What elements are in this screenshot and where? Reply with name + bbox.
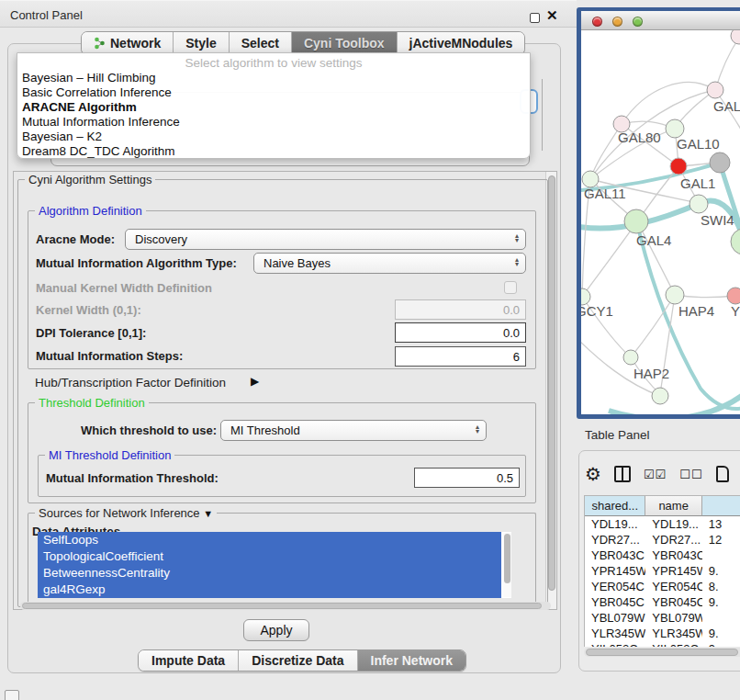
network-edge[interactable] — [581, 333, 660, 396]
float-window-icon[interactable] — [530, 13, 540, 23]
network-node-y[interactable] — [727, 288, 740, 304]
close-icon[interactable]: ✕ — [546, 7, 558, 24]
network-node-hap2[interactable] — [623, 350, 638, 365]
spinner-arrows-icon: ▴▾ — [515, 231, 519, 243]
network-node-gal4[interactable] — [624, 209, 648, 233]
table-row[interactable]: YDL19...YDL19...13 — [585, 516, 740, 532]
control-panel-title: Control Panel — [10, 8, 83, 22]
scrollbar-thumb[interactable] — [586, 649, 738, 656]
tab-cyni-toolbox[interactable]: Cyni Toolbox — [292, 32, 398, 54]
mi-steps-field[interactable]: 6 — [395, 346, 526, 367]
dpi-tolerance-field[interactable]: 0.0 — [395, 322, 526, 343]
algorithm-option[interactable]: Basic Correlation Inference — [22, 85, 525, 100]
threshold-definition-title: Threshold Definition — [35, 396, 149, 410]
bottom-tab-discretize-data[interactable]: Discretize Data — [239, 650, 357, 671]
settings-gear-icon[interactable]: ⚙ — [585, 463, 601, 485]
table-cell: YBL079W — [645, 610, 701, 626]
attribute-item[interactable]: SelfLoops — [38, 532, 501, 548]
column-header[interactable] — [702, 496, 740, 516]
table-row[interactable]: YER054CYER054C8. — [585, 579, 740, 594]
network-node-swi4[interactable] — [690, 195, 708, 213]
algorithm-option[interactable]: Bayesian – K2 — [22, 130, 525, 144]
attribute-item[interactable]: TopologicalCoefficient — [38, 548, 501, 565]
network-node[interactable] — [731, 229, 740, 254]
minimize-traffic-light-icon[interactable] — [612, 17, 622, 27]
attribute-item[interactable]: BetweennessCentrality — [38, 565, 501, 581]
collapse-down-icon[interactable]: ▼ — [203, 508, 213, 519]
table-row[interactable]: YDR27...YDR27...12 — [585, 532, 740, 548]
table-row[interactable]: YBL079WYBL079W — [585, 610, 740, 626]
which-threshold-combo[interactable]: MI Threshold ▴▾ — [220, 420, 487, 441]
mi-type-combo[interactable]: Naive Bayes ▴▾ — [253, 253, 526, 274]
algorithm-option[interactable]: ARACNE Algorithm — [22, 100, 525, 115]
network-node-gal7[interactable] — [707, 82, 723, 98]
data-attributes-list: SelfLoopsTopologicalCoefficientBetweenne… — [38, 532, 511, 598]
network-node[interactable] — [670, 158, 687, 175]
tab-network[interactable]: Network — [82, 32, 174, 54]
table-row[interactable]: YPR145WYPR145W9. — [585, 563, 740, 579]
table-cell: 8. — [702, 579, 740, 594]
bottom-tab-impute-data[interactable]: Impute Data — [139, 650, 239, 671]
algorithm-option[interactable]: Bayesian – Hill Climbing — [22, 71, 525, 85]
table-cell: YBR045C — [645, 594, 701, 610]
hub-definition-label[interactable]: Hub/Transcription Factor Definition — [35, 376, 226, 390]
dpi-tolerance-label: DPI Tolerance [0,1]: — [36, 326, 146, 340]
attributes-horizontal-scrollbar[interactable] — [20, 602, 551, 610]
apply-button[interactable]: Apply — [243, 619, 309, 641]
deselect-all-checks-icon[interactable]: ☐☐ — [679, 468, 702, 481]
new-column-icon[interactable] — [716, 466, 729, 482]
mi-threshold-field[interactable]: 0.5 — [414, 468, 520, 488]
table-horizontal-scrollbar[interactable] — [584, 648, 740, 657]
table-cell: YDL19... — [585, 516, 645, 532]
tab-select[interactable]: Select — [230, 32, 292, 54]
table-row[interactable]: YLR345WYLR345W9. — [585, 626, 740, 641]
table-cell: YLR345W — [645, 626, 701, 641]
tab-style[interactable]: Style — [174, 32, 229, 54]
mi-type-label: Mutual Information Algorithm Type: — [36, 256, 237, 270]
close-traffic-light-icon[interactable] — [592, 17, 602, 27]
network-node[interactable] — [731, 30, 740, 44]
network-edge[interactable] — [582, 221, 637, 297]
table-row[interactable]: YBR043CYBR043C — [585, 548, 740, 563]
select-all-checks-icon[interactable]: ☑☑ — [644, 468, 667, 481]
aracne-mode-combo[interactable]: Discovery ▴▾ — [125, 229, 526, 250]
node-table[interactable]: shared...name YDL19...YDL19...13YDR27...… — [584, 495, 740, 647]
tab-label: Select — [241, 36, 279, 51]
network-node-gal10[interactable] — [666, 119, 684, 138]
network-titlebar[interactable] — [581, 11, 740, 30]
network-canvas[interactable]: GAL7GAL80GAL10GAL11SWI4GAL4GCY1HAP4YHAP2… — [581, 30, 740, 414]
node-label: GCY1 — [581, 303, 613, 319]
which-threshold-value: MI Threshold — [230, 423, 300, 437]
scrollbar-thumb[interactable] — [548, 175, 555, 591]
column-header[interactable]: name — [645, 496, 701, 516]
bottom-tab-infer-network[interactable]: Infer Network — [358, 650, 465, 671]
table-row[interactable]: YBR045CYBR045C9. — [585, 594, 740, 610]
manual-kernel-checkbox[interactable] — [504, 281, 517, 294]
network-edge[interactable] — [590, 124, 622, 179]
table-cell: YDR27... — [585, 532, 645, 548]
algorithm-option[interactable]: Mutual Information Inference — [22, 115, 525, 130]
table-cell: YER054C — [585, 579, 645, 594]
attributes-scrollbar[interactable] — [503, 533, 511, 597]
attribute-item[interactable]: gal4RGexp — [38, 581, 501, 598]
table-cell: YDL19... — [645, 516, 701, 532]
zoom-traffic-light-icon[interactable] — [633, 17, 643, 27]
table-cell — [702, 610, 740, 626]
expand-right-icon[interactable]: ▶ — [251, 375, 259, 388]
algorithm-option[interactable]: Dream8 DC_TDC Algorithm — [22, 144, 525, 159]
table-row[interactable]: YIL052CYIL052C9 — [585, 641, 740, 647]
scrollbar-thumb[interactable] — [504, 534, 510, 583]
minimized-panel-icon[interactable] — [5, 690, 19, 700]
scrollbar-thumb[interactable] — [22, 603, 542, 609]
column-header[interactable]: shared... — [585, 496, 645, 516]
algorithm-list: Bayesian – Hill ClimbingBasic Correlatio… — [22, 71, 525, 159]
network-edge[interactable] — [622, 83, 715, 124]
tab-jactivemnodules[interactable]: jActiveMNodules — [398, 32, 525, 54]
split-view-icon[interactable] — [614, 466, 631, 482]
tab-label: jActiveMNodules — [409, 36, 513, 51]
kernel-width-field[interactable]: 0.0 — [395, 299, 526, 320]
network-node-hap4[interactable] — [666, 286, 684, 304]
network-node[interactable] — [710, 152, 730, 173]
control-panel-titlebar: Control Panel ✕ — [0, 0, 577, 28]
network-node[interactable] — [652, 388, 668, 404]
